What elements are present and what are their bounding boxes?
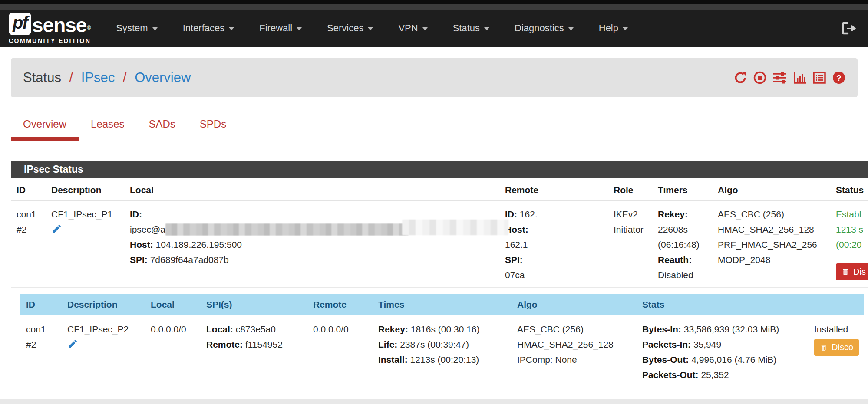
chevron-down-icon [229,27,234,30]
ipsec-status-panel: IPsec Status ID Description Local Remote… [11,161,868,390]
col-algo: Algo [511,299,636,310]
menu-system[interactable]: System [116,23,157,34]
sliders-icon[interactable] [773,71,787,84]
col-actions [808,299,864,310]
page-action-icons: ? [734,71,845,84]
redaction-blur [402,220,508,235]
chevron-down-icon [368,27,373,30]
refresh-icon[interactable] [734,71,747,84]
col-spis: SPI(s) [200,299,307,310]
svg-text:?: ? [836,73,842,82]
ike-local-cell: ID: ipsec@a Host: 104.189.226.195:500 SP… [124,207,499,283]
menu-diagnostics[interactable]: Diagnostics [515,23,574,34]
col-status: Status [830,185,868,195]
col-timers: Timers [652,185,712,195]
redaction-box [528,239,593,250]
ike-remote-cell: ID: 162. Host: 162.1 SPI: 07ca [499,207,608,283]
ike-timers-cell: Rekey: 22608s (06:16:48) Reauth: Disable… [652,207,712,283]
redaction-box [538,209,598,220]
breadcrumb-link-ipsec[interactable]: IPsec [81,70,115,85]
menu-firewall[interactable]: Firewall [259,23,302,34]
col-description: Description [46,185,124,195]
window-chrome-strip [0,0,868,4]
tab-overview[interactable]: Overview [11,111,79,141]
edit-pencil-icon[interactable] [51,223,62,239]
p2-remote-cell: 0.0.0.0/0 [307,322,372,390]
pfsense-logo[interactable]: pf sense ® COMMUNITY EDITION [9,13,91,44]
ike-table-row: con1 #2 CF1_IPsec_P1 ID: ipsec@a Host: 1… [11,201,868,288]
col-stats: Stats [636,299,808,310]
breadcrumb-bar: Status / IPsec / Overview ? [11,58,858,97]
p2-id-cell: con1: #2 [20,322,61,390]
col-remote: Remote [499,185,608,195]
page-bottom-strip [0,399,868,404]
ike-status-cell: Establ 1213 s (00:20 Dis [830,207,868,283]
breadcrumb-separator: / [69,70,73,85]
menu-help[interactable]: Help [599,23,628,34]
panel-title: IPsec Status [11,161,868,178]
status-installed: Installed [814,322,864,337]
col-algo: Algo [712,185,830,195]
logo-pf-box: pf [9,13,31,35]
tab-leases[interactable]: Leases [79,111,136,141]
tab-bar: Overview Leases SADs SPDs [11,111,868,141]
ike-id-cell: con1 #2 [11,207,46,283]
chevron-down-icon [568,27,574,30]
breadcrumb: Status / IPsec / Overview [23,70,191,85]
redaction-blur [165,223,409,236]
chevron-down-icon [297,27,302,30]
window-chrome-strip-2 [0,4,868,10]
edit-pencil-icon[interactable] [67,338,78,354]
stop-icon[interactable] [753,71,766,84]
navbar: pf sense ® COMMUNITY EDITION System Inte… [0,10,868,47]
menu-services[interactable]: Services [327,23,373,34]
tab-sads[interactable]: SADs [136,111,187,141]
redaction-box [525,269,594,281]
breadcrumb-section: Status [23,70,61,85]
disconnect-button[interactable]: Dis [836,263,868,280]
col-id: ID [20,299,61,310]
registered-mark: ® [87,21,91,35]
main-menu: System Interfaces Firewall Services VPN … [116,23,653,34]
logo-tagline: COMMUNITY EDITION [9,37,91,44]
p2-local-cell: 0.0.0.0/0 [144,322,200,390]
menu-status[interactable]: Status [453,23,489,34]
trash-icon [842,268,849,276]
sign-out-icon[interactable] [841,22,856,35]
col-local: Local [144,299,200,310]
col-description: Description [61,299,144,310]
log-list-icon[interactable] [813,71,826,84]
ike-description-cell: CF1_IPsec_P1 [46,207,124,283]
p2-times-cell: Rekey: 1816s (00:30:16) Life: 2387s (00:… [372,322,511,390]
p2-spi-cell: Local: c873e5a0 Remote: f1154952 [200,322,307,390]
chevron-down-icon [484,27,489,30]
breadcrumb-separator: / [123,70,127,85]
p2-description-cell: CF1_IPsec_P2 [61,322,144,390]
status-established: Establ [836,207,868,222]
bar-chart-icon[interactable] [793,71,806,84]
p2-algo-cell: AES_CBC (256) HMAC_SHA2_256_128 IPComp: … [511,322,636,390]
p2-table: ID Description Local SPI(s) Remote Times… [20,294,864,390]
tab-spds[interactable]: SPDs [188,111,238,141]
p2-table-row: con1: #2 CF1_IPsec_P2 0.0.0.0/0 Local: c… [20,315,864,390]
ike-table-header: ID Description Local Remote Role Timers … [11,178,868,201]
col-local: Local [124,185,499,195]
col-times: Times [372,299,511,310]
col-remote: Remote [307,299,372,310]
logo-pf-text: pf [13,13,27,33]
trash-icon [820,343,828,352]
p2-status-cell: Installed Disco [808,322,864,390]
p2-table-header: ID Description Local SPI(s) Remote Times… [20,294,864,315]
chevron-down-icon [422,27,428,30]
p2-stats-cell: Bytes-In: 33,586,939 (32.03 MiB) Packets… [636,322,808,390]
menu-interfaces[interactable]: Interfaces [183,23,234,34]
breadcrumb-link-overview[interactable]: Overview [135,70,191,85]
menu-vpn[interactable]: VPN [398,23,427,34]
col-id: ID [11,185,46,195]
col-role: Role [608,185,652,195]
logo-sense-text: sense [32,15,86,35]
help-icon[interactable]: ? [832,71,845,84]
chevron-down-icon [623,27,628,30]
disconnect-button[interactable]: Disco [814,339,859,356]
ike-algo-cell: AES_CBC (256) HMAC_SHA2_256_128 PRF_HMAC… [712,207,830,283]
